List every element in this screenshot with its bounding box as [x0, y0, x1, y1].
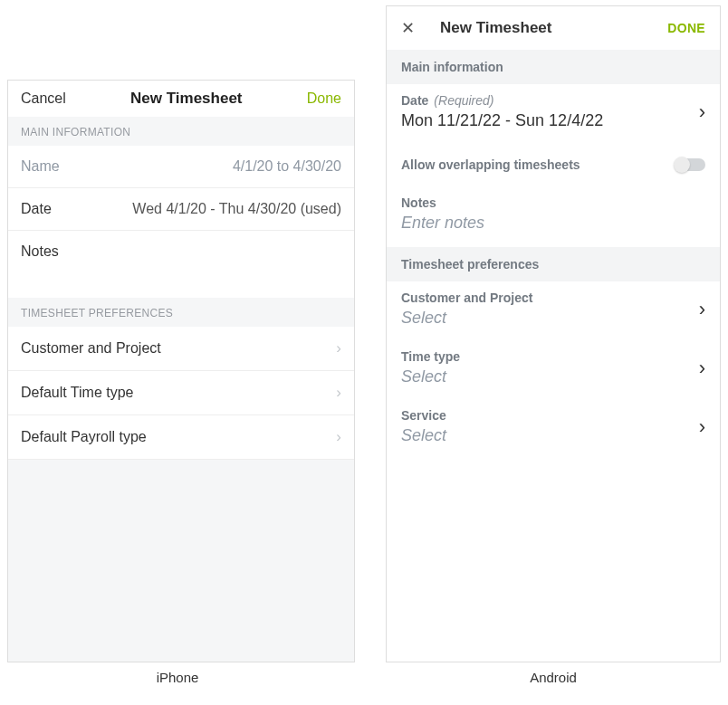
date-label: Date [401, 93, 428, 108]
date-value: Mon 11/21/22 - Sun 12/4/22 [401, 111, 699, 130]
section-timesheet-preferences: TIMESHEET PREFERENCES [8, 298, 354, 327]
close-icon[interactable]: ✕ [401, 20, 415, 36]
cancel-button[interactable]: Cancel [21, 91, 66, 107]
allow-overlapping-row: Allow overlapping timesheets [387, 143, 720, 186]
notes-placeholder: Enter notes [401, 214, 705, 233]
allow-overlapping-toggle[interactable] [675, 158, 705, 171]
chevron-right-icon: › [336, 428, 341, 446]
name-row[interactable]: Name 4/1/20 to 4/30/20 [8, 146, 354, 188]
notes-row[interactable]: Notes [8, 231, 354, 298]
date-label: Date [21, 201, 52, 217]
date-row[interactable]: Date Wed 4/1/20 - Thu 4/30/20 (used) [8, 188, 354, 231]
default-time-type-row[interactable]: Default Time type › [8, 371, 354, 415]
chevron-right-icon: › [336, 339, 341, 357]
default-time-type-label: Default Time type [21, 385, 134, 401]
section-timesheet-preferences: Timesheet preferences [387, 247, 720, 281]
default-payroll-type-row[interactable]: Default Payroll type › [8, 415, 354, 460]
service-value: Select [401, 426, 699, 445]
iphone-header: Cancel New Timesheet Done [8, 81, 354, 117]
notes-row[interactable]: Notes Enter notes [387, 186, 720, 247]
name-label: Name [21, 158, 60, 175]
empty-space [8, 460, 354, 662]
section-main-information: Main information [387, 50, 720, 84]
customer-project-row[interactable]: Customer and Project › [8, 327, 354, 371]
notes-label: Notes [401, 195, 705, 210]
page-title: New Timesheet [440, 19, 642, 37]
service-row[interactable]: Service Select › [387, 399, 720, 458]
section-main-information: MAIN INFORMATION [8, 117, 354, 146]
customer-project-row[interactable]: Customer and Project Select › [387, 281, 720, 340]
customer-project-label: Customer and Project [401, 291, 532, 305]
date-value: Wed 4/1/20 - Thu 4/30/20 (used) [132, 201, 341, 217]
iphone-caption: iPhone [0, 670, 355, 685]
customer-project-label: Customer and Project [21, 340, 161, 357]
allow-overlapping-label: Allow overlapping timesheets [401, 157, 580, 172]
done-button[interactable]: Done [307, 91, 341, 107]
android-caption: Android [386, 670, 721, 685]
chevron-right-icon: › [699, 100, 705, 124]
notes-label: Notes [21, 243, 59, 259]
name-value: 4/1/20 to 4/30/20 [233, 158, 341, 175]
date-required: (Required) [434, 93, 493, 108]
chevron-right-icon: › [699, 298, 705, 321]
date-row[interactable]: Date (Required) Mon 11/21/22 - Sun 12/4/… [387, 84, 720, 143]
customer-project-value: Select [401, 309, 699, 328]
chevron-right-icon: › [699, 415, 705, 439]
toggle-knob [674, 157, 690, 173]
default-payroll-type-label: Default Payroll type [21, 429, 147, 445]
time-type-label: Time type [401, 349, 460, 364]
time-type-value: Select [401, 367, 699, 386]
time-type-row[interactable]: Time type Select › [387, 340, 720, 399]
done-button[interactable]: DONE [667, 21, 705, 35]
chevron-right-icon: › [336, 384, 341, 402]
page-title: New Timesheet [130, 90, 242, 108]
chevron-right-icon: › [699, 357, 705, 380]
service-label: Service [401, 408, 446, 423]
android-header: ✕ New Timesheet DONE [387, 6, 720, 50]
